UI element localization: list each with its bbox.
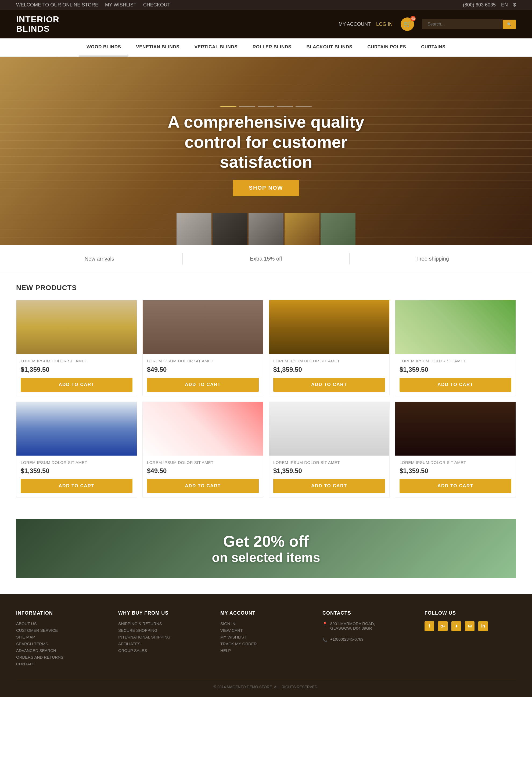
promo-banner[interactable]: Get 20% off on selected items — [16, 519, 516, 578]
header-account: MY ACCOUNT LOG IN — [339, 21, 393, 27]
hero-dot-4[interactable] — [277, 106, 293, 107]
footer-view-cart[interactable]: VIEW CART — [220, 628, 312, 633]
promo-banner-subtitle: on selected items — [212, 550, 320, 565]
currency-selector[interactable]: $ — [513, 2, 516, 8]
product-image-4[interactable] — [395, 300, 516, 354]
facebook-icon[interactable]: f — [424, 621, 434, 631]
login-link[interactable]: LOG IN — [376, 21, 393, 27]
wishlist-link[interactable]: MY WISHLIST — [105, 2, 136, 7]
product-actions-2: ADD TO CART — [143, 378, 263, 396]
hero-thumb-1[interactable] — [177, 213, 212, 245]
footer-help[interactable]: HELP — [220, 648, 312, 653]
products-section: NEW PRODUCTS LOREM IPSUM DOLOR SIT AMET … — [0, 273, 532, 514]
footer-contacts-title: CONTACTS — [322, 610, 414, 616]
nav-roller-blinds[interactable]: ROLLER BLINDS — [245, 39, 299, 56]
product-actions-6: ADD TO CART — [143, 479, 263, 497]
product-image-8[interactable] — [395, 402, 516, 456]
footer-customer-service[interactable]: CUSTOMER SERVICE — [16, 628, 108, 633]
product-price-2: $49.50 — [147, 366, 259, 373]
product-image-1[interactable] — [16, 300, 137, 354]
footer-advanced-search[interactable]: ADVANCED SEARCH — [16, 648, 108, 653]
footer-search-terms[interactable]: SEARCH TERMS — [16, 642, 108, 646]
product-price-7: $1,359.50 — [273, 467, 385, 475]
product-info-1: LOREM IPSUM DOLOR SIT AMET $1,359.50 — [16, 354, 137, 378]
phone-icon: 📞 — [322, 638, 328, 642]
footer-group-sales[interactable]: GROUP SALES — [118, 648, 210, 653]
product-price-1: $1,359.50 — [21, 366, 132, 373]
top-bar-right: (800) 603 6035 EN $ — [463, 2, 516, 8]
hero-thumb-2[interactable] — [213, 213, 247, 245]
footer-social-links: f G+ ✦ ✉ in — [424, 621, 516, 631]
hero-cta-button[interactable]: SHOP NOW — [233, 180, 299, 196]
top-bar-left: WELCOME TO OUR ONLINE STORE MY WISHLIST … — [16, 2, 176, 8]
product-info-3: LOREM IPSUM DOLOR SIT AMET $1,359.50 — [269, 354, 389, 378]
hero-dot-5[interactable] — [296, 106, 312, 107]
product-name-8: LOREM IPSUM DOLOR SIT AMET — [400, 460, 511, 465]
nav-curtains[interactable]: CURTAINS — [414, 39, 453, 56]
product-name-4: LOREM IPSUM DOLOR SIT AMET — [400, 358, 511, 364]
hero-content: A comprehensive quality control for cust… — [145, 106, 387, 196]
footer-site-map[interactable]: SITE MAP — [16, 635, 108, 639]
footer-orders-returns[interactable]: ORDERS AND RETURNS — [16, 655, 108, 659]
nav-vertical-blinds[interactable]: VERTICAL BLINDS — [187, 39, 245, 56]
product-name-1: LOREM IPSUM DOLOR SIT AMET — [21, 358, 132, 364]
add-to-cart-button-2[interactable]: ADD TO CART — [147, 378, 259, 392]
product-info-6: LOREM IPSUM DOLOR SIT AMET $49.50 — [143, 456, 263, 479]
footer-address: 📍 8901 MARMORA ROAD,GLASGOW, D04 89GR — [322, 621, 414, 633]
footer-sign-in[interactable]: SIGN IN — [220, 621, 312, 626]
add-to-cart-button-4[interactable]: ADD TO CART — [400, 378, 511, 392]
product-img-bg-3 — [269, 300, 389, 354]
language-selector[interactable]: EN — [501, 2, 508, 8]
product-image-3[interactable] — [269, 300, 389, 354]
promo-banner-text: Get 20% off on selected items — [212, 532, 320, 565]
footer-shipping-returns[interactable]: SHIPPING & RETURNS — [118, 621, 210, 626]
footer-my-wishlist[interactable]: MY WISHLIST — [220, 635, 312, 639]
product-image-5[interactable] — [16, 402, 137, 456]
hero-thumb-4[interactable] — [285, 213, 319, 245]
add-to-cart-button-5[interactable]: ADD TO CART — [21, 479, 132, 493]
product-actions-5: ADD TO CART — [16, 479, 137, 497]
nav-venetian-blinds[interactable]: VENETIAN BLINDS — [128, 39, 187, 56]
search-input[interactable] — [422, 19, 503, 29]
footer-international-shipping[interactable]: INTERNATIONAL SHIPPING — [118, 635, 210, 639]
logo[interactable]: INTERIOR BLINDS — [16, 15, 59, 34]
product-image-2[interactable] — [143, 300, 263, 354]
add-to-cart-button-3[interactable]: ADD TO CART — [273, 378, 385, 392]
product-image-7[interactable] — [269, 402, 389, 456]
hero-dot-2[interactable] — [239, 106, 255, 107]
phone-number: (800) 603 6035 — [463, 2, 496, 8]
rss-icon[interactable]: ✦ — [452, 621, 461, 631]
footer-affiliates[interactable]: AFFILIATES — [118, 642, 210, 646]
nav-wood-blinds[interactable]: WOOD BLINDS — [79, 39, 128, 56]
hero-dot-3[interactable] — [258, 106, 274, 107]
add-to-cart-button-1[interactable]: ADD TO CART — [21, 378, 132, 392]
footer-about-us[interactable]: ABOUT US — [16, 621, 108, 626]
hero-dot-1[interactable] — [220, 106, 236, 107]
product-card-4: LOREM IPSUM DOLOR SIT AMET $1,359.50 ADD… — [395, 300, 516, 396]
product-card-7: LOREM IPSUM DOLOR SIT AMET $1,359.50 ADD… — [269, 402, 390, 498]
promo-banner-title: Get 20% off — [212, 532, 320, 550]
promo-extra-off: Extra 15% off — [183, 253, 349, 264]
footer-contact[interactable]: CONTACT — [16, 662, 108, 666]
my-account-link[interactable]: MY ACCOUNT — [339, 21, 371, 27]
add-to-cart-button-8[interactable]: ADD TO CART — [400, 479, 511, 493]
checkout-link[interactable]: CHECKOUT — [143, 2, 170, 7]
nav-curtain-poles[interactable]: CURTAIN POLES — [360, 39, 414, 56]
hero-thumb-3[interactable] — [248, 213, 284, 245]
product-image-6[interactable] — [143, 402, 263, 456]
nav-blackout-blinds[interactable]: BLACKOUT BLINDS — [299, 39, 360, 56]
cart-icon[interactable]: 🛒 40 — [401, 17, 414, 31]
hero-thumb-5[interactable] — [320, 213, 355, 245]
search-button[interactable]: 🔍 — [503, 20, 516, 29]
linkedin-icon[interactable]: in — [478, 621, 488, 631]
product-name-2: LOREM IPSUM DOLOR SIT AMET — [147, 358, 259, 364]
product-actions-7: ADD TO CART — [269, 479, 389, 497]
add-to-cart-button-6[interactable]: ADD TO CART — [147, 479, 259, 493]
add-to-cart-button-7[interactable]: ADD TO CART — [273, 479, 385, 493]
footer-why-buy-title: WHY BUY FROM US — [118, 610, 210, 616]
pinterest-icon[interactable]: ✉ — [465, 621, 474, 631]
product-info-4: LOREM IPSUM DOLOR SIT AMET $1,359.50 — [395, 354, 516, 378]
footer-secure-shopping[interactable]: SECURE SHOPPING — [118, 628, 210, 633]
google-plus-icon[interactable]: G+ — [438, 621, 448, 631]
footer-track-order[interactable]: TRACK MY ORDER — [220, 642, 312, 646]
